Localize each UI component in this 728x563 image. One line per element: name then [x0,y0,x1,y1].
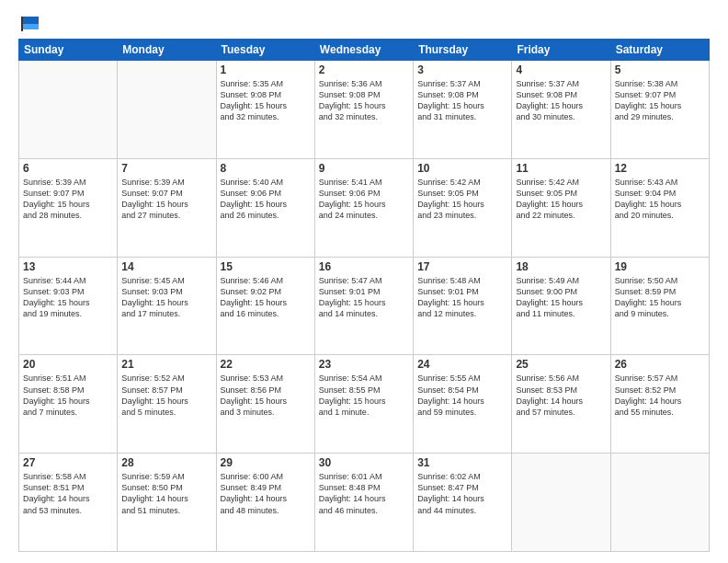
day-number: 24 [417,358,507,371]
logo [18,15,40,31]
day-info: Sunrise: 5:40 AM Sunset: 9:06 PM Dayligh… [221,177,311,222]
calendar-header-sunday: Sunday [19,40,118,61]
svg-marker-0 [22,17,39,24]
day-info: Sunrise: 5:36 AM Sunset: 9:08 PM Dayligh… [319,78,409,123]
day-number: 11 [516,162,606,175]
day-number: 27 [23,456,113,469]
calendar-cell [512,454,610,552]
calendar-cell: 28Sunrise: 5:59 AM Sunset: 8:50 PM Dayli… [118,454,216,552]
header [18,15,710,31]
calendar-cell [610,454,709,552]
day-info: Sunrise: 5:56 AM Sunset: 8:53 PM Dayligh… [516,373,606,418]
calendar-cell: 1Sunrise: 5:35 AM Sunset: 9:08 PM Daylig… [216,61,314,159]
day-number: 21 [121,358,211,371]
day-info: Sunrise: 5:37 AM Sunset: 9:08 PM Dayligh… [516,78,606,123]
calendar-header-thursday: Thursday [414,40,512,61]
day-info: Sunrise: 5:49 AM Sunset: 9:00 PM Dayligh… [516,275,606,320]
day-number: 9 [319,162,409,175]
day-info: Sunrise: 5:39 AM Sunset: 9:07 PM Dayligh… [121,177,211,222]
day-info: Sunrise: 5:59 AM Sunset: 8:50 PM Dayligh… [121,471,211,516]
calendar-cell: 30Sunrise: 6:01 AM Sunset: 8:48 PM Dayli… [314,454,413,552]
day-number: 26 [615,358,705,371]
day-number: 25 [516,358,606,371]
calendar-cell: 17Sunrise: 5:48 AM Sunset: 9:01 PM Dayli… [414,257,512,355]
day-number: 16 [319,260,409,273]
day-info: Sunrise: 5:50 AM Sunset: 8:59 PM Dayligh… [615,275,705,320]
calendar-cell: 24Sunrise: 5:55 AM Sunset: 8:54 PM Dayli… [414,355,512,454]
day-info: Sunrise: 5:52 AM Sunset: 8:57 PM Dayligh… [121,373,211,418]
day-number: 10 [417,162,507,175]
calendar-cell: 29Sunrise: 6:00 AM Sunset: 8:49 PM Dayli… [216,454,314,552]
day-info: Sunrise: 6:02 AM Sunset: 8:47 PM Dayligh… [417,471,507,516]
day-info: Sunrise: 5:43 AM Sunset: 9:04 PM Dayligh… [615,177,705,222]
day-info: Sunrise: 5:42 AM Sunset: 9:05 PM Dayligh… [417,177,507,222]
calendar-cell: 16Sunrise: 5:47 AM Sunset: 9:01 PM Dayli… [314,257,413,355]
day-info: Sunrise: 5:44 AM Sunset: 9:03 PM Dayligh… [23,275,113,320]
day-info: Sunrise: 6:00 AM Sunset: 8:49 PM Dayligh… [221,471,311,516]
day-info: Sunrise: 5:55 AM Sunset: 8:54 PM Dayligh… [417,373,507,418]
day-info: Sunrise: 5:58 AM Sunset: 8:51 PM Dayligh… [23,471,113,516]
day-info: Sunrise: 5:47 AM Sunset: 9:01 PM Dayligh… [319,275,409,320]
calendar-cell: 23Sunrise: 5:54 AM Sunset: 8:55 PM Dayli… [314,355,413,454]
day-number: 20 [23,358,113,371]
calendar-week-row-5: 27Sunrise: 5:58 AM Sunset: 8:51 PM Dayli… [19,454,710,552]
calendar-cell [118,61,216,159]
day-number: 18 [516,260,606,273]
logo-flag-icon [20,15,40,31]
calendar-cell: 7Sunrise: 5:39 AM Sunset: 9:07 PM Daylig… [118,158,216,257]
day-number: 12 [615,162,705,175]
calendar-cell: 22Sunrise: 5:53 AM Sunset: 8:56 PM Dayli… [216,355,314,454]
calendar-cell: 12Sunrise: 5:43 AM Sunset: 9:04 PM Dayli… [610,158,709,257]
calendar-cell: 6Sunrise: 5:39 AM Sunset: 9:07 PM Daylig… [19,158,118,257]
day-info: Sunrise: 5:51 AM Sunset: 8:58 PM Dayligh… [23,373,113,418]
calendar-week-row-3: 13Sunrise: 5:44 AM Sunset: 9:03 PM Dayli… [19,257,710,355]
day-number: 29 [221,456,311,469]
calendar-header-monday: Monday [118,40,216,61]
calendar-table: SundayMondayTuesdayWednesdayThursdayFrid… [18,39,710,552]
calendar-cell: 11Sunrise: 5:42 AM Sunset: 9:05 PM Dayli… [512,158,610,257]
day-info: Sunrise: 5:45 AM Sunset: 9:03 PM Dayligh… [121,275,211,320]
day-number: 3 [417,63,507,76]
calendar-cell: 2Sunrise: 5:36 AM Sunset: 9:08 PM Daylig… [314,61,413,159]
day-info: Sunrise: 6:01 AM Sunset: 8:48 PM Dayligh… [319,471,409,516]
calendar-header-wednesday: Wednesday [314,40,413,61]
calendar-cell: 5Sunrise: 5:38 AM Sunset: 9:07 PM Daylig… [610,61,709,159]
day-number: 28 [121,456,211,469]
svg-marker-1 [22,24,39,29]
day-info: Sunrise: 5:53 AM Sunset: 8:56 PM Dayligh… [221,373,311,418]
calendar-cell: 10Sunrise: 5:42 AM Sunset: 9:05 PM Dayli… [414,158,512,257]
calendar-cell: 20Sunrise: 5:51 AM Sunset: 8:58 PM Dayli… [19,355,118,454]
page: SundayMondayTuesdayWednesdayThursdayFrid… [0,0,728,563]
day-number: 23 [319,358,409,371]
day-number: 4 [516,63,606,76]
day-number: 22 [221,358,311,371]
calendar-cell: 21Sunrise: 5:52 AM Sunset: 8:57 PM Dayli… [118,355,216,454]
calendar-week-row-2: 6Sunrise: 5:39 AM Sunset: 9:07 PM Daylig… [19,158,710,257]
day-number: 17 [417,260,507,273]
calendar-cell: 9Sunrise: 5:41 AM Sunset: 9:06 PM Daylig… [314,158,413,257]
calendar-header-saturday: Saturday [610,40,709,61]
day-info: Sunrise: 5:57 AM Sunset: 8:52 PM Dayligh… [615,373,705,418]
day-number: 2 [319,63,409,76]
day-number: 30 [319,456,409,469]
day-info: Sunrise: 5:42 AM Sunset: 9:05 PM Dayligh… [516,177,606,222]
day-info: Sunrise: 5:38 AM Sunset: 9:07 PM Dayligh… [615,78,705,123]
calendar-cell [19,61,118,159]
calendar-cell: 18Sunrise: 5:49 AM Sunset: 9:00 PM Dayli… [512,257,610,355]
calendar-week-row-4: 20Sunrise: 5:51 AM Sunset: 8:58 PM Dayli… [19,355,710,454]
day-number: 13 [23,260,113,273]
day-number: 1 [221,63,311,76]
day-info: Sunrise: 5:39 AM Sunset: 9:07 PM Dayligh… [23,177,113,222]
day-info: Sunrise: 5:35 AM Sunset: 9:08 PM Dayligh… [221,78,311,123]
day-number: 8 [221,162,311,175]
calendar-cell: 13Sunrise: 5:44 AM Sunset: 9:03 PM Dayli… [19,257,118,355]
day-info: Sunrise: 5:54 AM Sunset: 8:55 PM Dayligh… [319,373,409,418]
calendar-cell: 4Sunrise: 5:37 AM Sunset: 9:08 PM Daylig… [512,61,610,159]
calendar-header-row: SundayMondayTuesdayWednesdayThursdayFrid… [19,40,710,61]
calendar-cell: 14Sunrise: 5:45 AM Sunset: 9:03 PM Dayli… [118,257,216,355]
calendar-cell: 15Sunrise: 5:46 AM Sunset: 9:02 PM Dayli… [216,257,314,355]
day-info: Sunrise: 5:48 AM Sunset: 9:01 PM Dayligh… [417,275,507,320]
day-info: Sunrise: 5:41 AM Sunset: 9:06 PM Dayligh… [319,177,409,222]
calendar-cell: 3Sunrise: 5:37 AM Sunset: 9:08 PM Daylig… [414,61,512,159]
calendar-cell: 27Sunrise: 5:58 AM Sunset: 8:51 PM Dayli… [19,454,118,552]
